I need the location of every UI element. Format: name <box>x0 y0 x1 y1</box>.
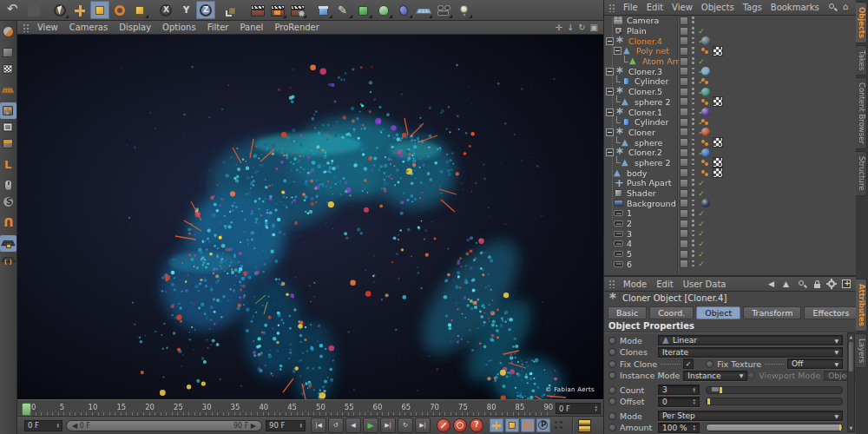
object-row[interactable]: Camera <box>604 16 856 26</box>
object-row[interactable]: sphere 2 <box>604 97 856 108</box>
instance-mode-dropdown[interactable]: Instance ▼ <box>683 371 747 381</box>
object-row[interactable]: 5✓ <box>604 249 856 260</box>
expander-icon[interactable] <box>606 37 614 45</box>
texture-mode-button[interactable] <box>0 61 16 77</box>
layer-toggle[interactable] <box>680 97 688 106</box>
enabled-check-icon[interactable]: ✓ <box>697 229 706 238</box>
polygons-mode-button[interactable] <box>0 135 16 152</box>
visibility-toggle-icon[interactable] <box>691 189 694 197</box>
panel-tab-layers[interactable]: Layers <box>856 333 867 368</box>
enabled-check-icon[interactable]: ✓ <box>697 57 706 66</box>
offset-field[interactable]: 0 ▴▾ <box>658 397 700 407</box>
visibility-toggle-icon[interactable] <box>691 77 694 85</box>
enabled-check-icon[interactable]: ✓ <box>697 209 706 218</box>
anim-dot-icon[interactable] <box>608 372 616 379</box>
material-tag[interactable] <box>701 36 710 45</box>
scene-camera-button[interactable] <box>434 1 453 19</box>
visibility-toggle-icon[interactable] <box>691 240 694 247</box>
grip-icon[interactable] <box>23 23 30 32</box>
mograph-tag[interactable] <box>701 169 710 177</box>
play-button[interactable]: ▶ <box>363 418 378 433</box>
add-primitive-button[interactable] <box>314 1 333 19</box>
object-row[interactable]: sphere <box>604 137 856 148</box>
menu-edit[interactable]: Edit <box>656 279 673 289</box>
enabled-check-icon[interactable]: ✓ <box>697 250 706 259</box>
amount-field[interactable]: 100 % ▴▾ <box>658 423 700 433</box>
next-key-button[interactable]: ↻ <box>398 418 413 433</box>
search-icon[interactable] <box>828 3 838 12</box>
record-keyframe-button[interactable] <box>437 418 450 432</box>
key-rotation-button[interactable] <box>521 418 535 432</box>
object-row[interactable]: Background <box>604 198 856 208</box>
toggle-view-icon[interactable]: ▣ <box>590 23 598 32</box>
panel-tab-attributes[interactable]: Attributes <box>856 279 867 332</box>
scale-button[interactable] <box>90 1 109 19</box>
layer-toggle[interactable] <box>680 77 688 86</box>
step-mode-dropdown[interactable]: Per Step ▼ <box>658 411 843 421</box>
sweep-button[interactable] <box>374 1 393 19</box>
object-row[interactable]: 1✓ <box>604 208 856 219</box>
panel-tab-content-browser[interactable]: Content Browser <box>856 77 867 149</box>
visibility-toggle-icon[interactable] <box>691 148 694 156</box>
visibility-toggle-icon[interactable] <box>691 220 694 227</box>
visibility-toggle-icon[interactable] <box>691 98 694 106</box>
timeline-ruler[interactable]: 051015202530354045505560657075808590 <box>21 400 550 417</box>
menu-panel[interactable]: Panel <box>240 23 263 32</box>
enabled-check-icon[interactable]: ✓ <box>697 27 706 36</box>
enabled-check-icon[interactable]: ✓ <box>697 240 706 248</box>
object-row[interactable]: Plain✓ <box>604 26 856 36</box>
visibility-toggle-icon[interactable] <box>691 179 694 187</box>
dolly-icon[interactable]: ↓ <box>567 23 574 32</box>
spinner-icon[interactable]: ▴▾ <box>297 423 302 429</box>
key-pla-button[interactable] <box>552 418 566 432</box>
layer-toggle[interactable] <box>680 229 688 238</box>
layer-toggle[interactable] <box>680 118 688 127</box>
menu-filter[interactable]: Filter <box>207 23 229 32</box>
visibility-toggle-icon[interactable] <box>691 209 694 217</box>
visibility-toggle-icon[interactable] <box>691 230 694 238</box>
scroll-down-icon[interactable]: ▼ <box>848 424 854 431</box>
scrollbar[interactable]: ▲ ▼ <box>847 332 855 432</box>
mograph-tag[interactable] <box>701 118 710 126</box>
object-row[interactable]: Shader✓ <box>604 188 856 199</box>
layer-toggle[interactable] <box>680 189 688 198</box>
panel-tab-objects[interactable]: Objects <box>856 2 867 43</box>
edges-mode-button[interactable] <box>0 119 16 135</box>
visibility-toggle-icon[interactable] <box>691 200 694 207</box>
visibility-toggle-icon[interactable] <box>691 159 694 167</box>
menu-view[interactable]: View <box>672 3 693 12</box>
visibility-toggle-icon[interactable] <box>691 27 694 35</box>
move-button[interactable] <box>70 1 89 19</box>
floor-button[interactable] <box>414 1 433 19</box>
object-row[interactable]: Cylinder✓ <box>604 117 856 128</box>
object-row[interactable]: Cloner.4✓ <box>604 36 856 46</box>
layer-toggle[interactable] <box>680 179 688 187</box>
range-end-field[interactable]: 90 F ▴▾ <box>266 420 306 431</box>
enabled-check-icon[interactable]: ✓ <box>697 179 706 187</box>
layer-toggle[interactable] <box>680 209 688 218</box>
spinner-icon[interactable]: ▴▾ <box>690 424 695 431</box>
spinner-icon[interactable]: ▴▾ <box>690 387 695 393</box>
mograph-tag[interactable] <box>701 77 710 85</box>
menu-prorender[interactable]: ProRender <box>274 23 319 32</box>
subdivision-surface-button[interactable] <box>354 1 373 19</box>
menu-display[interactable]: Display <box>119 23 151 32</box>
layer-toggle[interactable] <box>680 220 688 228</box>
clones-dropdown[interactable]: Iterate ▼ <box>658 347 843 358</box>
menu-options[interactable]: Options <box>162 23 196 32</box>
anim-dot-icon[interactable] <box>608 412 616 420</box>
goto-end-button[interactable]: ▶| <box>415 418 431 433</box>
visibility-toggle-icon[interactable] <box>691 37 694 45</box>
menu-objects[interactable]: Objects <box>701 3 734 12</box>
texture-tag[interactable] <box>713 96 723 107</box>
anim-dot-icon[interactable] <box>608 348 616 356</box>
layer-toggle[interactable] <box>680 36 688 45</box>
object-row[interactable]: 2✓ <box>604 219 856 229</box>
new-panel-icon[interactable] <box>842 279 852 289</box>
layer-toggle[interactable] <box>680 138 688 147</box>
anim-dot-icon[interactable] <box>608 386 616 394</box>
menu-edit[interactable]: Edit <box>647 3 663 12</box>
render-region-button[interactable] <box>268 1 287 19</box>
object-row[interactable]: sphere 2 <box>604 158 856 168</box>
scroll-thumb[interactable] <box>849 342 853 372</box>
